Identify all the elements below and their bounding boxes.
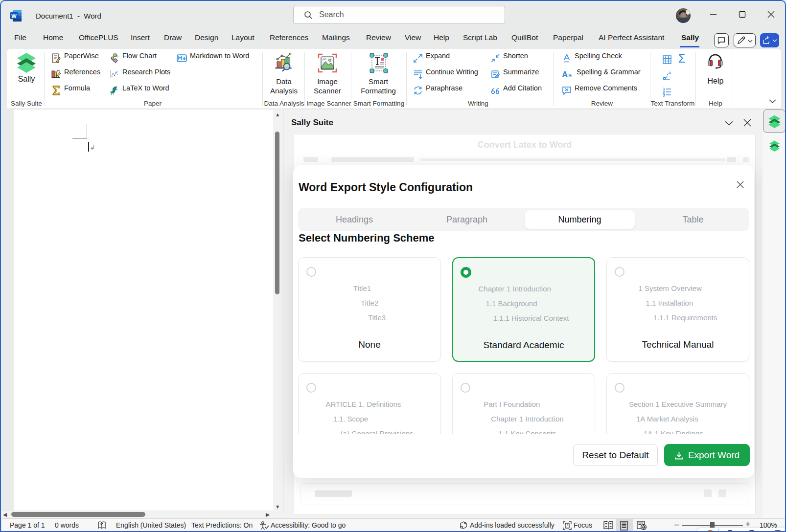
svg-text:a: a bbox=[568, 71, 572, 79]
svg-text:A: A bbox=[562, 70, 568, 79]
svg-text:W: W bbox=[11, 13, 17, 19]
